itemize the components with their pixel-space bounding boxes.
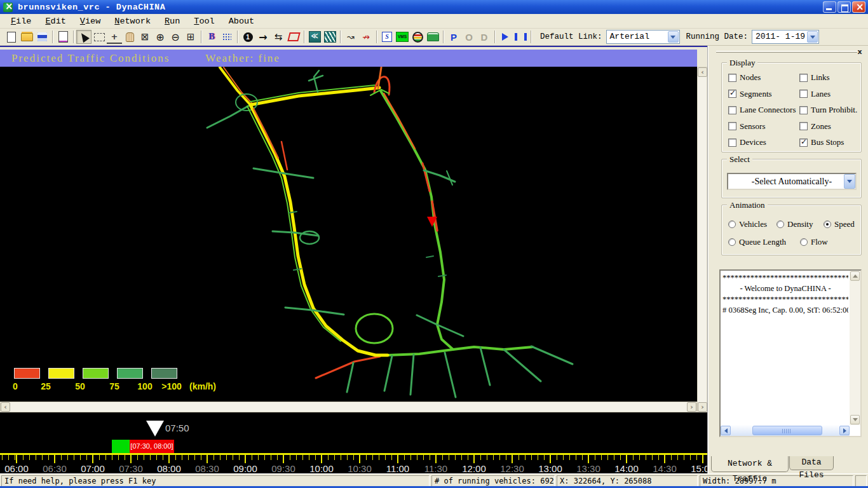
log-vertical-scrollbar[interactable] xyxy=(850,271,860,425)
scroll-up-icon[interactable] xyxy=(850,271,860,281)
menu-network[interactable]: Network xyxy=(109,15,156,27)
chevron-down-icon[interactable] xyxy=(844,174,855,189)
menu-tool[interactable]: Tool xyxy=(188,15,220,27)
tab-network-traffic[interactable]: Network & Traffic xyxy=(711,456,789,472)
checkbox-nodes[interactable]: Nodes xyxy=(728,72,799,83)
scroll-down-icon[interactable]: › xyxy=(698,402,707,412)
radio-density[interactable]: Density xyxy=(776,219,813,229)
segment-style-button[interactable] xyxy=(307,30,322,44)
timeline[interactable]: 07:50 [07:30, 08:00] 06:00 06:30 07:00 0… xyxy=(0,412,707,475)
chevron-down-icon[interactable] xyxy=(668,31,679,43)
origin-button[interactable] xyxy=(461,30,477,44)
remove-connector-button[interactable] xyxy=(358,30,374,44)
one-way-link-button[interactable] xyxy=(255,30,271,44)
minimize-button[interactable] xyxy=(823,1,836,13)
zoom-in-button[interactable] xyxy=(153,30,168,44)
checkbox-icon[interactable] xyxy=(799,74,808,82)
checkbox-lane-connectors[interactable]: Lane Connectors xyxy=(728,105,799,115)
scrollbar-thumb[interactable] xyxy=(752,426,822,435)
checkbox-icon[interactable] xyxy=(799,122,808,130)
radio-icon[interactable] xyxy=(776,220,784,228)
zoom-fit-button[interactable] xyxy=(183,30,198,44)
vms-button[interactable] xyxy=(395,30,410,44)
panel-close-icon[interactable]: x xyxy=(855,48,864,57)
radio-vehicles[interactable]: Vehicles xyxy=(728,219,767,229)
radio-speed[interactable]: Speed xyxy=(824,219,855,229)
checkbox-links[interactable]: Links xyxy=(799,72,861,83)
destination-button[interactable] xyxy=(477,30,492,44)
checkbox-icon[interactable] xyxy=(799,106,808,114)
menu-file[interactable]: File xyxy=(5,15,37,27)
map-vertical-scrollbar[interactable]: ‹ › xyxy=(697,67,707,412)
checkbox-icon[interactable] xyxy=(728,74,736,82)
checkbox-icon[interactable] xyxy=(728,106,736,114)
scroll-down-icon[interactable] xyxy=(850,415,860,424)
radio-flow[interactable]: Flow xyxy=(800,237,828,247)
scroll-left-icon[interactable]: ‹ xyxy=(1,402,10,412)
map-canvas[interactable]: 0 25 50 75 100 >100 (km/h) xyxy=(0,67,697,402)
polygon-button[interactable] xyxy=(286,30,301,44)
measure-button[interactable] xyxy=(107,30,122,44)
traffic-signal-button[interactable] xyxy=(410,30,425,44)
message-log[interactable]: ********************************* - Welc… xyxy=(719,269,862,437)
checkbox-icon[interactable] xyxy=(728,90,736,98)
log-horizontal-scrollbar[interactable] xyxy=(721,425,850,436)
parking-button[interactable] xyxy=(446,30,461,44)
panel-gripper[interactable] xyxy=(716,51,857,53)
menu-view[interactable]: View xyxy=(74,15,106,27)
lane-style-button[interactable] xyxy=(322,30,337,44)
select-mode-combo[interactable]: -Select Automatically- xyxy=(727,173,857,190)
scroll-up-icon[interactable]: ‹ xyxy=(698,67,707,77)
checkbox-devices[interactable]: Devices xyxy=(728,137,799,147)
label-toggle-button[interactable] xyxy=(204,30,219,44)
checkbox-icon[interactable] xyxy=(728,139,736,147)
tab-data-files[interactable]: Data Files xyxy=(789,456,834,470)
new-file-button[interactable] xyxy=(4,30,19,44)
restore-button[interactable] xyxy=(837,1,851,13)
timeline-marker[interactable] xyxy=(146,421,164,437)
grid-toggle-button[interactable] xyxy=(219,30,234,44)
road-network[interactable] xyxy=(0,67,697,402)
pause-button[interactable] xyxy=(513,30,528,44)
menu-run[interactable]: Run xyxy=(159,15,186,27)
properties-button[interactable] xyxy=(55,30,71,44)
rect-select-button[interactable] xyxy=(92,30,107,44)
bus-button[interactable] xyxy=(425,30,440,44)
checkbox-icon[interactable] xyxy=(799,139,808,147)
node-number-button[interactable] xyxy=(240,30,255,44)
radio-icon[interactable] xyxy=(728,238,736,246)
chevron-down-icon[interactable] xyxy=(807,31,818,43)
menu-edit[interactable]: Edit xyxy=(39,15,71,27)
checkbox-bus-stops[interactable]: Bus Stops xyxy=(799,137,861,147)
checkbox-segments[interactable]: Segments xyxy=(728,89,799,99)
checkbox-lanes[interactable]: Lanes xyxy=(799,89,861,99)
checkbox-turn-prohibit[interactable]: Turn Prohibit. xyxy=(799,105,861,115)
close-button[interactable] xyxy=(852,1,865,13)
checkbox-icon[interactable] xyxy=(799,90,808,98)
radio-queue-length[interactable]: Queue Length xyxy=(728,237,786,247)
default-link-combo[interactable]: Arterial xyxy=(606,30,680,44)
menu-about[interactable]: About xyxy=(223,15,261,27)
scroll-right-icon[interactable] xyxy=(839,426,850,435)
two-way-link-button[interactable] xyxy=(271,30,286,44)
zoom-window-button[interactable] xyxy=(137,30,153,44)
zoom-out-button[interactable] xyxy=(168,30,183,44)
map-horizontal-scrollbar[interactable]: ‹ › xyxy=(0,402,697,412)
pan-button[interactable] xyxy=(122,30,137,44)
legend-tick: 50 xyxy=(75,381,85,391)
checkbox-zones[interactable]: Zones xyxy=(799,121,861,132)
radio-icon[interactable] xyxy=(824,220,831,228)
run-button[interactable] xyxy=(498,30,513,44)
sensor-button[interactable] xyxy=(379,30,395,44)
running-date-combo[interactable]: 2011- 1-19 xyxy=(752,30,819,44)
open-file-button[interactable] xyxy=(19,30,34,44)
radio-icon[interactable] xyxy=(728,220,736,228)
save-file-button[interactable] xyxy=(34,30,50,44)
select-cursor-button[interactable] xyxy=(76,30,92,44)
scroll-right-icon[interactable]: › xyxy=(687,402,696,412)
checkbox-icon[interactable] xyxy=(728,122,736,130)
scroll-left-icon[interactable] xyxy=(721,426,731,435)
lane-connector-button[interactable] xyxy=(343,30,358,44)
checkbox-sensors[interactable]: Sensors xyxy=(728,121,799,132)
radio-icon[interactable] xyxy=(800,238,808,246)
